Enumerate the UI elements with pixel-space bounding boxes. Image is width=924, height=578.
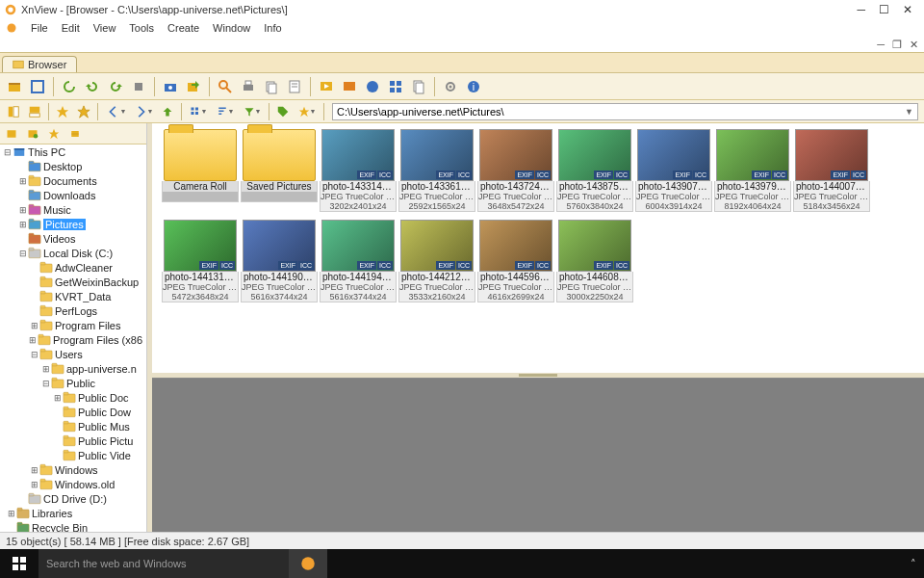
tree-item[interactable]: ⊞Public Doc: [0, 390, 146, 405]
taskbar-search[interactable]: Search the web and Windows: [38, 549, 289, 578]
start-button[interactable]: [0, 549, 38, 578]
import-button[interactable]: [183, 76, 204, 97]
tag-button[interactable]: [273, 102, 293, 121]
thumbnail-pane[interactable]: Camera Roll Saved Pictures EXIFICC photo…: [152, 123, 924, 373]
tree-item[interactable]: ⊟This PC: [0, 144, 146, 159]
tree-item[interactable]: ⊞Pictures: [0, 217, 146, 231]
minimize-button[interactable]: ─: [857, 3, 865, 16]
maximize-button[interactable]: ☐: [879, 3, 889, 16]
mdi-restore[interactable]: ❐: [892, 39, 902, 51]
tab-browser[interactable]: Browser: [2, 56, 77, 72]
tree-item[interactable]: ⊞Program Files (x86: [0, 332, 146, 347]
menu-file[interactable]: File: [31, 22, 48, 34]
tree-item[interactable]: ⊞Libraries: [0, 506, 146, 520]
photo-item[interactable]: EXIFICC photo-14372404... JPEG TrueColor…: [477, 129, 554, 212]
folder-item[interactable]: Saved Pictures: [241, 129, 318, 212]
tree-item[interactable]: ⊞app-universe.n: [0, 361, 146, 376]
filter-mode[interactable]: ▼: [240, 102, 265, 121]
tree-item[interactable]: ⊞Documents: [0, 173, 146, 188]
menu-edit[interactable]: Edit: [62, 22, 80, 34]
nav-fav-button[interactable]: [74, 102, 93, 121]
photo-item[interactable]: EXIFICC photo-14419063... JPEG TrueColor…: [241, 220, 318, 302]
tree-item[interactable]: Public Dow: [0, 405, 146, 419]
tree-item[interactable]: ⊞Windows: [0, 462, 146, 477]
photo-item[interactable]: EXIFICC photo-14331487... JPEG TrueColor…: [320, 129, 397, 212]
copy-button[interactable]: [261, 76, 282, 97]
address-bar[interactable]: C:\Users\app-universe.net\Pictures\ ▼: [332, 103, 918, 120]
photo-item[interactable]: EXIFICC photo-14413123... JPEG TrueColor…: [162, 220, 239, 302]
view-mode[interactable]: ▼: [186, 102, 211, 121]
tree-btn-3[interactable]: [46, 126, 62, 142]
options-button[interactable]: [440, 76, 461, 97]
acquire-button[interactable]: [160, 76, 181, 97]
tree-item[interactable]: ⊟Public: [0, 376, 146, 390]
tree-item[interactable]: Downloads: [0, 188, 146, 202]
nav-back[interactable]: ▼: [104, 102, 129, 121]
tree-item[interactable]: ⊞Music: [0, 202, 146, 217]
photo-item[interactable]: EXIFICC photo-14460805... JPEG TrueColor…: [556, 220, 633, 302]
tree-item[interactable]: AdwCleaner: [0, 260, 146, 275]
fullscreen-button[interactable]: [27, 76, 48, 97]
tree-item[interactable]: CD Drive (D:): [0, 491, 146, 506]
menu-window[interactable]: Window: [213, 22, 250, 34]
properties-button[interactable]: [284, 76, 305, 97]
folder-tree[interactable]: ⊟This PCDesktop⊞DocumentsDownloads⊞Music…: [0, 123, 147, 532]
menu-create[interactable]: Create: [167, 22, 199, 34]
tree-item[interactable]: ⊟Users: [0, 347, 146, 361]
refresh-button[interactable]: [59, 76, 80, 97]
tree-item[interactable]: ⊞Program Files: [0, 318, 146, 332]
nav-up[interactable]: [158, 102, 177, 121]
photo-item[interactable]: EXIFICC photo-14397980... JPEG TrueColor…: [714, 129, 791, 212]
tree-item[interactable]: Videos: [0, 231, 146, 246]
nav-fav-add[interactable]: [53, 102, 72, 121]
menu-tools[interactable]: Tools: [129, 22, 154, 34]
nav-preview-toggle[interactable]: [25, 102, 44, 121]
menu-info[interactable]: Info: [264, 22, 281, 34]
nav-tree-toggle[interactable]: [4, 102, 23, 121]
search-button[interactable]: [215, 76, 236, 97]
tree-btn-1[interactable]: [4, 126, 19, 142]
tree-item[interactable]: GetWeixinBackup: [0, 275, 146, 289]
stop-button[interactable]: [128, 76, 149, 97]
tree-item[interactable]: Desktop: [0, 159, 146, 173]
tree-item[interactable]: Recycle Bin: [0, 520, 146, 532]
rotate-left-button[interactable]: [82, 76, 103, 97]
item-info: JPEG TrueColor (v1.1): [557, 282, 632, 292]
convert-button[interactable]: [339, 76, 360, 97]
tree-item[interactable]: Public Mus: [0, 419, 146, 434]
mdi-close[interactable]: ✕: [910, 39, 918, 51]
nav-forward[interactable]: ▼: [131, 102, 156, 121]
taskbar-app-xnview[interactable]: [289, 549, 327, 578]
photo-item[interactable]: EXIFICC photo-14400739... JPEG TrueColor…: [793, 129, 870, 212]
rotate-right-button[interactable]: [105, 76, 126, 97]
multipage-button[interactable]: [408, 76, 429, 97]
tree-item[interactable]: ⊞Windows.old: [0, 477, 146, 491]
contact-sheet-button[interactable]: [385, 76, 406, 97]
menu-view[interactable]: View: [93, 22, 116, 34]
tree-btn-4[interactable]: [67, 126, 83, 142]
close-button[interactable]: ✕: [903, 3, 912, 16]
photo-item[interactable]: EXIFICC photo-14459640... JPEG TrueColor…: [477, 220, 554, 302]
tree-item[interactable]: PerfLogs: [0, 303, 146, 318]
photo-item[interactable]: EXIFICC photo-14387555... JPEG TrueColor…: [556, 129, 633, 212]
mdi-minimize[interactable]: ─: [877, 39, 885, 51]
tree-item[interactable]: ⊟Local Disk (C:): [0, 246, 146, 260]
slideshow-button[interactable]: [316, 76, 337, 97]
tree-item[interactable]: KVRT_Data: [0, 289, 146, 303]
photo-item[interactable]: EXIFICC photo-14336161... JPEG TrueColor…: [398, 129, 475, 212]
photo-item[interactable]: EXIFICC photo-14421201... JPEG TrueColor…: [398, 220, 475, 302]
taskbar-tray[interactable]: ˄: [911, 558, 924, 570]
badge-icc: ICC: [219, 261, 235, 270]
tree-item[interactable]: Public Pictu: [0, 434, 146, 448]
tree-item[interactable]: Public Vide: [0, 448, 146, 462]
print-button[interactable]: [238, 76, 259, 97]
folder-item[interactable]: Camera Roll: [162, 129, 239, 212]
sort-mode[interactable]: ▼: [213, 102, 238, 121]
about-button[interactable]: i: [463, 76, 484, 97]
photo-item[interactable]: EXIFICC photo-14390742... JPEG TrueColor…: [635, 129, 712, 212]
rating-button[interactable]: ▼: [295, 102, 320, 121]
photo-item[interactable]: EXIFICC photo-14419432... JPEG TrueColor…: [320, 220, 397, 302]
tree-btn-2[interactable]: [25, 126, 40, 142]
open-button[interactable]: [4, 76, 25, 97]
webpage-button[interactable]: [362, 76, 383, 97]
